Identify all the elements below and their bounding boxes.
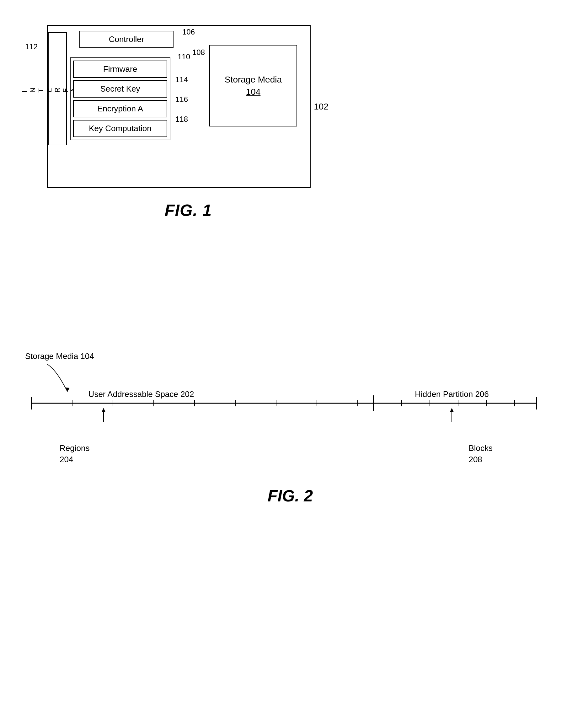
svg-text:Hidden Partition 206: Hidden Partition 206: [415, 391, 489, 399]
controller-label: Controller: [109, 34, 144, 44]
svg-text:User Addressable Space 202: User Addressable Space 202: [88, 391, 194, 399]
outer-box-102: 102 INTERFACE Controller 106 108: [47, 25, 311, 188]
stack-box: 110 Firmware Secret Key 114 Encryption A…: [70, 57, 171, 140]
secret-key-item: Secret Key 114: [73, 80, 167, 97]
fig1-title: FIG. 1: [47, 201, 329, 220]
regions-label: Regions 204: [60, 442, 89, 465]
timeline-svg: User Addressable Space 202 Hidden Partit…: [16, 391, 549, 425]
firmware-item: Firmware: [73, 60, 167, 78]
controller-box: Controller 106: [79, 31, 174, 48]
storage-media-num: 104: [246, 87, 261, 97]
storage-media-text: Storage Media 104: [225, 73, 282, 98]
encryption-item: Encryption A 116: [73, 100, 167, 118]
label-114: 114: [176, 75, 188, 84]
label-116: 116: [176, 95, 188, 104]
firmware-label: Firmware: [103, 64, 137, 74]
storage-media-label: Storage Media: [225, 75, 282, 84]
svg-marker-23: [450, 408, 454, 412]
key-computation-item: Key Computation 118: [73, 120, 167, 137]
label-102: 102: [314, 102, 328, 112]
fig1-section: 102 INTERFACE Controller 106 108: [47, 19, 329, 220]
fig2-diagram: Storage Media 104: [16, 345, 565, 446]
label-106: 106: [182, 28, 195, 36]
fig2-section: Storage Media 104: [16, 345, 565, 505]
label-118: 118: [176, 115, 188, 124]
blocks-label: Blocks 208: [469, 442, 493, 465]
key-computation-label: Key Computation: [89, 124, 151, 133]
encryption-label: Encryption A: [97, 104, 143, 113]
label-108: 108: [192, 48, 205, 57]
secret-key-label: Secret Key: [100, 84, 140, 93]
svg-marker-21: [102, 408, 105, 412]
inner-content: Controller 106 108 110 Firmware: [70, 31, 183, 140]
page-container: 102 INTERFACE Controller 106 108: [0, 0, 588, 701]
interface-box: INTERFACE: [48, 32, 67, 145]
label-110: 110: [178, 52, 190, 61]
fig2-title: FIG. 2: [16, 486, 565, 505]
controller-area: Controller 106 108: [70, 31, 183, 48]
label-112: 112: [25, 42, 38, 51]
storage-media-box: Storage Media 104: [209, 45, 297, 127]
